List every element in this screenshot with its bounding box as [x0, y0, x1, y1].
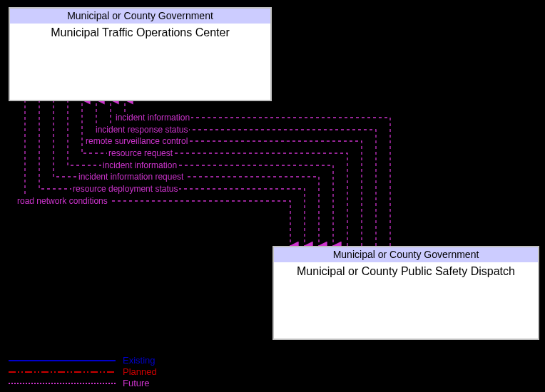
node-top-title: Municipal Traffic Operations Center [10, 24, 270, 42]
node-bottom-header: Municipal or County Government [274, 247, 538, 262]
flow-resource-deployment-status[interactable]: resource deployment status [71, 184, 179, 194]
legend-line-planned-overlay [9, 371, 123, 373]
flow-incident-information-2[interactable]: incident information [101, 160, 178, 170]
legend-line-future [9, 383, 116, 384]
legend-line-existing [9, 360, 116, 361]
flow-incident-information-request[interactable]: incident information request [77, 172, 185, 182]
node-public-safety-dispatch[interactable]: Municipal or County Government Municipal… [272, 246, 539, 340]
legend-label-future: Future [123, 378, 150, 388]
node-bottom-title: Municipal or County Public Safety Dispat… [274, 262, 538, 281]
legend-label-planned: Planned [123, 366, 157, 377]
flow-resource-request[interactable]: resource request [107, 148, 174, 158]
flow-incident-information-1[interactable]: incident information [114, 113, 191, 123]
flow-incident-response-status[interactable]: incident response status [94, 125, 189, 135]
node-municipal-traffic-ops[interactable]: Municipal or County Government Municipal… [9, 7, 272, 101]
flow-road-network-conditions[interactable]: road network conditions [16, 196, 109, 206]
legend-label-existing: Existing [123, 355, 156, 366]
flow-remote-surveillance-control[interactable]: remote surveillance control [84, 136, 189, 146]
node-top-header: Municipal or County Government [10, 9, 270, 24]
